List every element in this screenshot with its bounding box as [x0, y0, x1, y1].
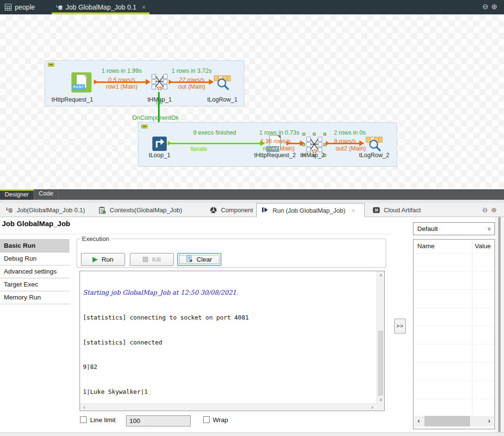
expand-context-button[interactable]: >>	[394, 319, 406, 333]
row2-label: row2 (Main)	[250, 145, 308, 152]
execution-group: Execution Run Kill Clear	[77, 235, 386, 268]
maximize-icon[interactable]: ⊕	[491, 206, 500, 214]
scrollbar-corner	[377, 403, 384, 411]
run-view: Job GlobalMap_Job Basic Run Debug Run Ad…	[0, 217, 504, 432]
window-bottom-edge	[0, 432, 504, 436]
out-rate: 27 rows/s	[163, 77, 220, 83]
table-row-divider	[414, 344, 494, 344]
run-button[interactable]: Run	[81, 253, 125, 266]
tab-designer[interactable]: Designer	[0, 189, 34, 200]
clear-button[interactable]: Clear	[177, 253, 221, 266]
table-horizontal-scrollbar[interactable]: ‹ ›	[414, 416, 494, 426]
selection-handle[interactable]	[313, 133, 316, 136]
table-row-divider	[414, 326, 494, 326]
tab-contexts-view[interactable]: Contexts(GlobalMap_Job)	[94, 203, 187, 217]
component-label: tLogRow_2	[349, 152, 400, 159]
menu-debug-run[interactable]: Debug Run	[0, 252, 69, 265]
tab-label: Contexts(GlobalMap_Job)	[110, 207, 182, 214]
component-label: tLoop_1	[142, 152, 177, 159]
console-options: Line limit Wrap	[0, 415, 386, 429]
scrollbar-thumb[interactable]	[424, 416, 470, 426]
clear-icon	[186, 255, 193, 264]
kill-button[interactable]: Kill	[130, 253, 174, 266]
scroll-right-icon[interactable]: ›	[485, 416, 493, 426]
designer-code-tabbar: Designer Code	[0, 189, 504, 200]
title-separator	[0, 234, 392, 234]
console-horizontal-scrollbar[interactable]: ‹ ›	[80, 403, 377, 411]
run-button-label: Run	[102, 256, 114, 263]
menu-basic-run[interactable]: Basic Run	[0, 240, 69, 252]
table-row-divider	[414, 308, 494, 308]
menu-memory-run[interactable]: Memory Run	[0, 291, 69, 304]
console-line: [statistics] connecting to socket on por…	[83, 313, 374, 321]
editor-tabbar: people Job GlobalMap_Job 0.1 × ⊖⊕	[0, 0, 504, 14]
row1-label: row1 (Main)	[93, 83, 150, 90]
component-label: tLogRow_1	[197, 96, 247, 103]
scroll-left-icon[interactable]: ‹	[81, 404, 88, 411]
tab-cloud-artifact-view[interactable]: Cloud Artifact	[368, 203, 425, 217]
line-limit-input[interactable]	[126, 415, 191, 426]
run-menu: Basic Run Debug Run Advanced settings Ta…	[0, 239, 69, 304]
tab-job-label: Job GlobalMap_Job 0.1	[66, 3, 137, 11]
selection-handle[interactable]	[302, 143, 305, 146]
run-icon	[262, 207, 269, 214]
wrap-label: Wrap	[213, 416, 228, 424]
tab-run-view[interactable]: Run (Job GlobalMap_Job) ×	[256, 203, 365, 217]
minimize-icon[interactable]: ⊖	[482, 2, 492, 11]
row2-stats: 1 rows in 0.73s	[251, 129, 308, 136]
table-icon	[5, 4, 11, 11]
component-thttprequest-1[interactable]: POST	[71, 72, 92, 92]
component-label: tHMap_2	[295, 152, 330, 159]
kill-button-label: Kill	[152, 256, 160, 263]
job-icon	[56, 4, 62, 11]
selection-handle[interactable]	[302, 133, 305, 136]
scroll-down-icon[interactable]: ∨	[377, 396, 385, 403]
console-vertical-scrollbar[interactable]: ∧ ∨	[377, 271, 384, 403]
console-line: 9|82	[83, 363, 374, 371]
context-selected-value: Default	[417, 225, 438, 232]
job-design-canvas[interactable]: POST tHttpRequest_1 tHMap_1	[0, 14, 504, 189]
scrollbar-thumb[interactable]	[378, 331, 383, 396]
pane-sash[interactable]	[498, 217, 501, 432]
menu-advanced-settings[interactable]: Advanced settings	[0, 265, 69, 278]
minimize-icon[interactable]: ⊖	[482, 206, 492, 214]
execution-console[interactable]: Starting job GlobalMap_Job at 12:50 30/0…	[80, 271, 385, 411]
tab-label: Cloud Artifact	[384, 207, 421, 214]
connection-start-arrow-icon	[168, 141, 172, 146]
line-limit-checkbox[interactable]	[80, 416, 87, 423]
column-header-name[interactable]: Name	[417, 242, 435, 250]
tab-component-view[interactable]: Component	[205, 203, 258, 217]
component-tlogrow-2[interactable]	[366, 136, 383, 154]
tab-label: Job(GlobalMap_Job 0.1)	[17, 207, 85, 214]
close-icon[interactable]: ×	[352, 207, 355, 214]
post-badge: POST	[72, 84, 85, 90]
view-pane-buttons: ⊖⊕	[482, 206, 500, 214]
tab-code[interactable]: Code	[34, 189, 58, 200]
menu-target-exec[interactable]: Target Exec	[0, 278, 69, 291]
cloud-artifact-icon	[373, 207, 380, 214]
component-tloop-1[interactable]	[152, 137, 167, 152]
iterate-stats: 9 execs finished	[181, 129, 248, 136]
maximize-icon[interactable]: ⊕	[491, 2, 500, 11]
context-variables-table[interactable]: Name Value ‹ ›	[413, 239, 495, 429]
clear-button-label: Clear	[196, 256, 212, 263]
tab-people[interactable]: people	[0, 0, 40, 14]
scroll-right-icon[interactable]: ›	[369, 404, 376, 411]
tab-job-view[interactable]: Job(GlobalMap_Job 0.1)	[1, 203, 90, 217]
pane-divider	[0, 200, 504, 203]
column-header-value[interactable]: Value	[475, 242, 491, 250]
close-icon[interactable]: ×	[142, 3, 146, 11]
scroll-left-icon[interactable]: ‹	[415, 416, 423, 426]
console-line: 1|Luke Skywalker|1	[83, 388, 374, 396]
tab-job-globalmap[interactable]: Job GlobalMap_Job 0.1 ×	[51, 0, 150, 14]
subjob1-collapse-icon[interactable]	[48, 63, 54, 67]
row1-stats: 1 rows in 1.99s	[93, 68, 150, 74]
console-line: [statistics] connected	[83, 338, 374, 346]
wrap-checkbox[interactable]	[203, 416, 210, 423]
subjob2-collapse-icon[interactable]	[141, 125, 148, 128]
scroll-up-icon[interactable]: ∧	[377, 272, 385, 278]
context-selector[interactable]: Default ∨	[413, 222, 495, 235]
thttprequest-icon: POST	[71, 72, 92, 92]
component-label: tHttpRequest_2	[248, 152, 302, 159]
line-limit-label: Line limit	[90, 416, 115, 424]
